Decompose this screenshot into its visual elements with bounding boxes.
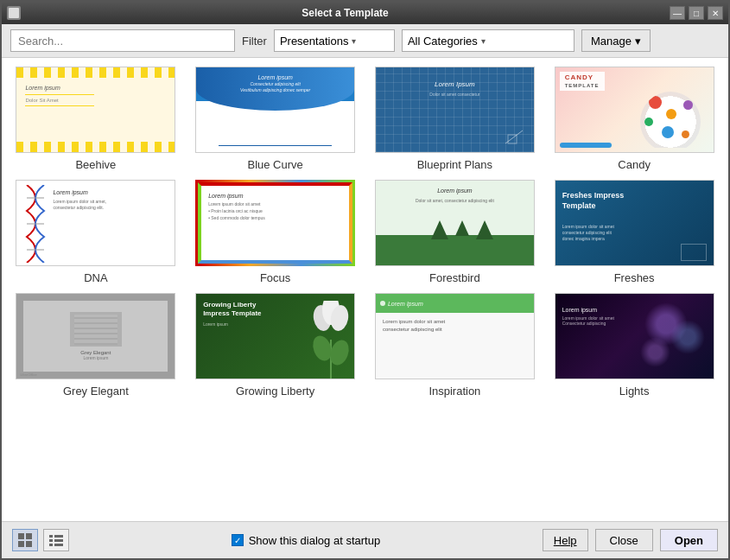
titlebar: Select a Template — □ ✕ xyxy=(2,2,728,24)
template-name-lights: Lights xyxy=(619,385,650,398)
template-name-greyelegant: Grey Elegant xyxy=(63,385,129,398)
toolbar: Filter Presentations ▾ All Categories ▾ … xyxy=(2,24,728,58)
close-button[interactable]: Close xyxy=(595,529,653,551)
template-thumbnail-lights: Lorem ipsum Lorem ipsum dolor sit ametCo… xyxy=(555,293,714,379)
template-item[interactable]: Grey Elegant Lorem ipsum LibreOffice Gre… xyxy=(10,293,181,398)
template-name-beehive: Beehive xyxy=(75,158,116,171)
main-content: Lorem ipsum Dolor Sit Amet Beehive Lorem… xyxy=(2,58,728,521)
manage-button[interactable]: Manage ▾ xyxy=(581,29,651,52)
template-name-growingliberty: Growing Liberty xyxy=(236,385,314,398)
template-item[interactable]: Growing LibertyImpress Template Lorem ip… xyxy=(190,293,361,398)
svg-rect-23 xyxy=(54,544,63,546)
presentations-dropdown-arrow: ▾ xyxy=(352,36,356,46)
show-startup-label: Show this dialog at startup xyxy=(249,534,380,547)
categories-label: All Categories xyxy=(408,35,478,48)
minimize-button[interactable]: — xyxy=(670,6,685,20)
template-name-candy: Candy xyxy=(618,158,651,171)
presentations-label: Presentations xyxy=(280,35,349,48)
template-item[interactable]: Freshes ImpressTemplate Lorem ipsum dolo… xyxy=(549,180,720,284)
svg-rect-22 xyxy=(49,544,53,546)
list-view-icon xyxy=(49,533,63,547)
svg-rect-0 xyxy=(9,8,19,18)
maximize-button[interactable]: □ xyxy=(689,6,704,20)
template-item[interactable]: CANDYTEMPLATE Candy xyxy=(549,67,720,171)
template-thumbnail-inspiration: Lorem Ipsum Lorem ipsum dolor sit ametco… xyxy=(375,293,535,379)
templates-grid: Lorem ipsum Dolor Sit Amet Beehive Lorem… xyxy=(2,58,728,521)
template-item[interactable]: Lorem ipsum Lorem ipsum dolor sit amet,c… xyxy=(10,180,181,284)
svg-rect-21 xyxy=(54,539,63,542)
categories-dropdown-arrow: ▾ xyxy=(481,36,486,46)
grid-view-icon xyxy=(18,533,32,547)
template-name-dna: DNA xyxy=(84,271,107,284)
template-item[interactable]: Lorem Ipsum Lorem ipsum dolor sit ametco… xyxy=(370,293,541,398)
svg-rect-20 xyxy=(49,539,53,542)
startup-checkbox-row: Show this dialog at startup xyxy=(232,534,380,547)
filter-label: Filter xyxy=(242,35,267,48)
template-thumbnail-focus: Lorem ipsum Lorem ipsum dolor sit amet •… xyxy=(195,180,355,266)
search-input[interactable] xyxy=(10,29,235,52)
template-thumbnail-freshes: Freshes ImpressTemplate Lorem ipsum dolo… xyxy=(555,180,714,266)
template-thumbnail-candy: CANDYTEMPLATE xyxy=(555,67,714,153)
view-buttons xyxy=(12,529,69,551)
template-thumbnail-bluecurve: Lorem ipsumConsectetur adipiscing elitVe… xyxy=(195,67,355,153)
window-title: Select a Template xyxy=(21,7,670,19)
template-item[interactable]: Lorem ipsum Dolor sit amet, consectetur … xyxy=(370,180,541,284)
template-thumbnail-beehive: Lorem ipsum Dolor Sit Amet xyxy=(16,67,175,153)
svg-rect-15 xyxy=(26,533,32,539)
template-name-forestbird: Forestbird xyxy=(429,271,480,284)
manage-label: Manage xyxy=(591,35,632,48)
window-controls: — □ ✕ xyxy=(670,6,723,20)
template-item[interactable]: Lorem ipsumConsectetur adipiscing elitVe… xyxy=(190,67,361,171)
grid-view-button[interactable] xyxy=(12,529,38,551)
template-thumbnail-forestbird: Lorem ipsum Dolor sit amet, consectetur … xyxy=(375,180,535,266)
template-item[interactable]: Lorem ipsum Lorem ipsum dolor sit ametCo… xyxy=(549,293,720,398)
svg-rect-19 xyxy=(54,535,63,538)
svg-rect-17 xyxy=(26,541,32,547)
svg-rect-16 xyxy=(18,541,24,547)
close-button[interactable]: ✕ xyxy=(708,6,723,20)
app-icon xyxy=(7,6,21,20)
template-thumbnail-blueprint: Lorem Ipsum Dolor sit amet consectetur xyxy=(375,67,535,153)
template-name-blueprint: Blueprint Plans xyxy=(417,158,492,171)
open-button[interactable]: Open xyxy=(660,529,718,551)
presentations-dropdown[interactable]: Presentations ▾ xyxy=(274,29,395,52)
template-item[interactable]: Lorem Ipsum Dolor sit amet consectetur B… xyxy=(370,67,541,171)
bottombar: Show this dialog at startup Help Close O… xyxy=(2,521,728,558)
template-item[interactable]: Lorem ipsum Dolor Sit Amet Beehive xyxy=(10,67,181,171)
help-button[interactable]: Help xyxy=(543,529,588,551)
svg-rect-18 xyxy=(49,535,53,538)
categories-dropdown[interactable]: All Categories ▾ xyxy=(402,29,574,52)
template-thumbnail-growingliberty: Growing LibertyImpress Template Lorem ip… xyxy=(195,293,355,379)
template-item[interactable]: Lorem ipsum Lorem ipsum dolor sit amet •… xyxy=(190,180,361,284)
template-name-bluecurve: Blue Curve xyxy=(247,158,302,171)
template-name-freshes: Freshes xyxy=(614,271,655,284)
show-startup-checkbox[interactable] xyxy=(232,534,244,546)
template-thumbnail-greyelegant: Grey Elegant Lorem ipsum LibreOffice xyxy=(16,293,175,379)
template-name-focus: Focus xyxy=(260,271,290,284)
template-thumbnail-dna: Lorem ipsum Lorem ipsum dolor sit amet,c… xyxy=(16,180,175,266)
svg-rect-14 xyxy=(18,533,24,539)
template-name-inspiration: Inspiration xyxy=(428,385,480,398)
list-view-button[interactable] xyxy=(43,529,69,551)
manage-arrow: ▾ xyxy=(635,35,641,48)
